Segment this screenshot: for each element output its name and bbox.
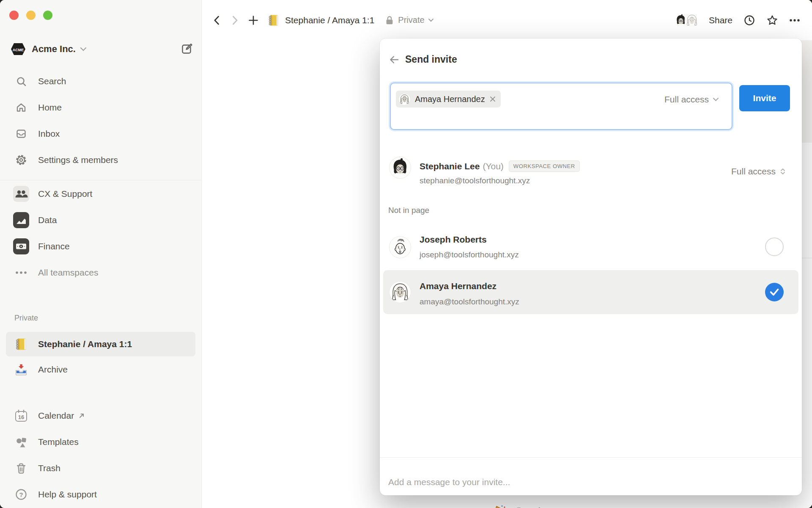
sidebar-main-menu: Search Home Inbox <box>0 68 201 173</box>
avatar-amaya <box>398 93 411 105</box>
search-icon <box>13 73 30 90</box>
list-item[interactable]: @February 13, 2024 <box>491 499 812 508</box>
sidebar-item-inbox[interactable]: Inbox <box>6 121 195 147</box>
person-name: Joseph Roberts <box>420 235 487 245</box>
sidebar-item-all-teamspaces[interactable]: All teamspaces <box>6 260 195 286</box>
chevron-down-icon <box>713 97 719 102</box>
privacy-status[interactable]: Private <box>398 15 424 25</box>
forward-icon[interactable] <box>229 15 240 26</box>
topbar: Stephanie / Amaya 1:1 Private Share <box>202 0 812 40</box>
send-invite-dialog: Send invite Amaya Hernandez Full access … <box>380 39 802 495</box>
remove-chip-icon[interactable] <box>490 96 496 102</box>
inbox-icon <box>13 125 30 142</box>
avatar-amaya <box>684 13 700 28</box>
sidebar-item-cx-support[interactable]: CX & Support <box>6 181 195 207</box>
chevron-down-icon <box>80 47 87 51</box>
updates-clock-icon[interactable] <box>743 14 755 26</box>
svg-text:16: 16 <box>18 414 24 420</box>
dialog-title: Send invite <box>405 54 457 65</box>
dialog-back-icon[interactable] <box>389 54 400 65</box>
select-joseph-radio[interactable] <box>765 237 784 256</box>
chevron-down-icon <box>428 18 434 22</box>
trash-icon <box>13 460 30 477</box>
owner-access-dropdown[interactable]: Full access <box>731 166 787 177</box>
up-down-chevrons-icon <box>779 167 787 176</box>
calendar-16-icon: 16 <box>13 407 30 424</box>
invite-recipients-input[interactable]: Amaya Hernandez Full access <box>390 83 732 130</box>
selected-person-row[interactable] <box>383 270 798 314</box>
access-level-dropdown[interactable]: Full access <box>664 94 719 105</box>
ellipsis-icon <box>13 264 30 281</box>
selected-check-icon[interactable] <box>765 283 784 301</box>
zoom-window-button[interactable] <box>43 11 52 20</box>
private-section-label: Private <box>0 313 201 323</box>
sidebar: ACME Acme Inc. Search <box>0 0 202 508</box>
avatar-amaya <box>389 281 411 303</box>
share-button[interactable]: Share <box>709 15 732 25</box>
external-link-icon <box>78 412 85 419</box>
minimize-window-button[interactable] <box>26 11 36 20</box>
sidebar-item-finance[interactable]: Finance <box>6 233 195 260</box>
sidebar-item-archive[interactable]: Archive <box>6 356 195 383</box>
person-email: amaya@toolsforthought.xyz <box>420 297 519 306</box>
breadcrumb-page-title[interactable]: Stephanie / Amaya 1:1 <box>285 15 374 25</box>
app-window: ACME Acme Inc. Search <box>0 0 812 508</box>
workspace-name: Acme Inc. <box>32 44 76 55</box>
notebook-emoji <box>267 14 280 27</box>
shapes-icon <box>13 433 30 450</box>
sidebar-divider <box>0 180 201 180</box>
close-window-button[interactable] <box>9 11 19 20</box>
lock-icon <box>384 15 395 26</box>
invite-button[interactable]: Invite <box>739 85 790 111</box>
home-icon <box>13 99 30 116</box>
member-email: stephanie@toolsforthought.xyz <box>420 176 530 185</box>
not-in-page-label: Not in page <box>388 206 429 215</box>
invite-message-input[interactable]: Add a message to your invite... <box>388 477 510 487</box>
svg-text:ACME: ACME <box>13 48 24 52</box>
dialog-footer-divider <box>380 457 802 458</box>
add-page-icon[interactable] <box>248 15 259 26</box>
sidebar-item-stephanie-amaya[interactable]: Stephanie / Amaya 1:1 <box>6 332 195 356</box>
sidebar-item-home[interactable]: Home <box>6 94 195 121</box>
sidebar-item-trash[interactable]: Trash <box>6 455 195 481</box>
party-popper-emoji <box>491 505 507 508</box>
sidebar-private-items: Stephanie / Amaya 1:1 Archive <box>0 332 201 383</box>
banknote-tile-icon <box>13 238 30 255</box>
favorite-star-icon[interactable] <box>766 14 778 26</box>
recipient-chip[interactable]: Amaya Hernandez <box>396 91 501 108</box>
workspace-owner-badge: WORKSPACE OWNER <box>509 160 580 172</box>
compose-icon[interactable] <box>180 43 193 55</box>
avatar-stephanie <box>389 157 411 179</box>
sidebar-item-settings[interactable]: Settings & members <box>6 147 195 173</box>
sidebar-item-data[interactable]: Data <box>6 207 195 233</box>
member-name-line: Stephanie Lee (You) WORKSPACE OWNER <box>420 160 580 172</box>
chart-tile-icon <box>13 212 30 229</box>
sidebar-footer-menu: 16 Calendar Templates <box>0 403 201 508</box>
people-tile-icon <box>13 185 30 202</box>
back-icon[interactable] <box>211 15 222 26</box>
sidebar-item-templates[interactable]: Templates <box>6 429 195 455</box>
person-name: Amaya Hernandez <box>420 281 497 291</box>
gear-icon <box>13 152 30 168</box>
acme-logo: ACME <box>11 43 25 55</box>
sidebar-item-search[interactable]: Search <box>6 68 195 94</box>
help-icon: ? <box>13 486 30 503</box>
sidebar-teamspaces: CX & Support Data Financ <box>0 181 201 286</box>
svg-text:?: ? <box>19 491 23 498</box>
page-viewers[interactable] <box>673 13 700 28</box>
notebook-emoji <box>13 336 30 353</box>
sidebar-item-help[interactable]: ? Help & support <box>6 481 195 508</box>
sidebar-item-calendar[interactable]: 16 Calendar <box>6 403 195 429</box>
person-email: joseph@toolsforthought.xyz <box>420 250 519 260</box>
inbox-tray-emoji <box>13 361 30 378</box>
more-options-icon[interactable] <box>789 19 800 22</box>
avatar-joseph <box>389 236 411 258</box>
traffic-lights <box>0 0 201 20</box>
workspace-switcher[interactable]: ACME Acme Inc. <box>0 41 201 57</box>
